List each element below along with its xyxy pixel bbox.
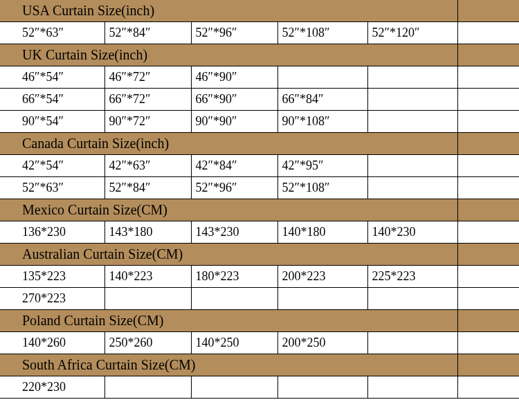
size-cell: 250*260 (104, 332, 191, 354)
size-cell (104, 376, 191, 399)
size-cell: 143*180 (104, 221, 191, 244)
size-cell: 42″*54″ (18, 155, 104, 177)
size-cell: 52″*96″ (191, 177, 277, 199)
size-cell: 66″*72″ (104, 89, 191, 111)
section-header: Poland Curtain Size(CM) (18, 310, 457, 332)
size-cell: 90″*90″ (191, 111, 277, 133)
size-cell: 140*223 (104, 266, 191, 288)
size-cell (277, 376, 367, 399)
size-cell: 66″*84″ (277, 89, 367, 111)
size-cell: 52″*84″ (104, 177, 191, 199)
size-cell (367, 332, 457, 354)
size-cell (367, 155, 457, 177)
size-cell: 270*223 (18, 288, 104, 310)
size-cell: 46″*90″ (191, 66, 277, 89)
size-cell: 140*250 (191, 332, 277, 354)
section-header: South Africa Curtain Size(CM) (18, 354, 457, 376)
size-cell: 90″*72″ (104, 111, 191, 133)
size-cell: 52″*84″ (104, 22, 191, 44)
size-cell (277, 288, 367, 310)
size-cell (367, 177, 457, 199)
size-cell: 220*230 (18, 376, 104, 399)
size-cell: 52″*63″ (18, 177, 104, 199)
size-cell: 200*223 (277, 266, 367, 288)
size-cell: 136*230 (18, 221, 104, 244)
size-cell (367, 288, 457, 310)
size-cell: 46″*54″ (18, 66, 104, 89)
size-cell: 140*230 (367, 221, 457, 244)
size-cell: 140*260 (18, 332, 104, 354)
size-cell: 225*223 (367, 266, 457, 288)
size-cell (367, 89, 457, 111)
size-cell: 42″*84″ (191, 155, 277, 177)
size-cell: 52″*63″ (18, 22, 104, 44)
size-cell (191, 376, 277, 399)
size-cell (277, 66, 367, 89)
size-cell (191, 288, 277, 310)
size-cell: 42″*63″ (104, 155, 191, 177)
section-header: Canada Curtain Size(inch) (18, 133, 457, 155)
size-cell: 52″*96″ (191, 22, 277, 44)
size-cell (367, 111, 457, 133)
size-cell: 140*180 (277, 221, 367, 244)
size-cell (367, 376, 457, 399)
size-cell: 200*250 (277, 332, 367, 354)
size-cell: 135*223 (18, 266, 104, 288)
size-cell: 66″*90″ (191, 89, 277, 111)
size-cell: 46″*72″ (104, 66, 191, 89)
size-cell: 143*230 (191, 221, 277, 244)
size-cell: 52″*120″ (367, 22, 457, 44)
section-header: USA Curtain Size(inch) (18, 0, 457, 22)
section-header: Mexico Curtain Size(CM) (18, 199, 457, 221)
size-cell (367, 66, 457, 89)
size-cell: 52″*108″ (277, 22, 367, 44)
section-header: UK Curtain Size(inch) (18, 44, 457, 66)
size-cell: 90″*54″ (18, 111, 104, 133)
size-cell: 180*223 (191, 266, 277, 288)
size-cell: 52″*108″ (277, 177, 367, 199)
size-cell (104, 288, 191, 310)
size-cell: 90″*108″ (277, 111, 367, 133)
size-cell: 66″*54″ (18, 89, 104, 111)
size-cell: 42″*95″ (277, 155, 367, 177)
curtain-size-table: USA Curtain Size(inch) 52″*63″ 52″*84″ 5… (0, 0, 519, 399)
section-header: Australian Curtain Size(CM) (18, 244, 457, 266)
